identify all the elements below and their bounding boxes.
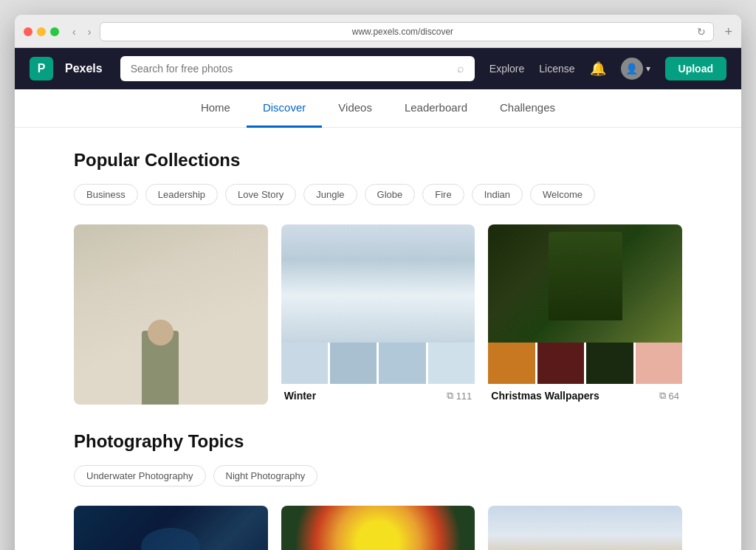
tab-leaderboard[interactable]: Leaderboard: [388, 89, 484, 128]
avatar-icon: 👤: [625, 63, 638, 75]
tag-indian[interactable]: Indian: [472, 184, 523, 205]
thumb-xmas-3: [586, 343, 633, 384]
upload-button[interactable]: Upload: [665, 57, 726, 80]
search-bar[interactable]: ⌕: [120, 56, 475, 81]
tag-business[interactable]: Business: [74, 184, 138, 205]
collection-card-christmas[interactable]: Christmas Wallpapers ⧉ 64: [488, 224, 682, 405]
collection-name-winter: Winter: [284, 390, 316, 402]
search-input[interactable]: [131, 63, 451, 75]
nav-links: Explore License 🔔 👤 ▾ Upload: [489, 57, 726, 80]
close-button[interactable]: [24, 27, 32, 36]
popular-collections-title: Popular Collections: [74, 150, 682, 171]
collection-card-selfie[interactable]: Stay At Home Selfie ⧉ 73: [74, 224, 268, 405]
topic-image-architecture[interactable]: [488, 506, 682, 550]
navbar: P Pexels ⌕ Explore License 🔔 👤 ▾ Upload: [15, 48, 741, 89]
collection-info-winter: Winter ⧉ 111: [281, 384, 475, 405]
topic-image-food[interactable]: [281, 506, 475, 550]
thumb-snow-3: [379, 343, 425, 384]
tab-challenges[interactable]: Challenges: [484, 89, 571, 128]
explore-link[interactable]: Explore: [489, 63, 524, 75]
refresh-button[interactable]: ↻: [697, 26, 706, 38]
address-text: www.pexels.com/discover: [108, 27, 697, 37]
new-tab-button[interactable]: +: [724, 24, 732, 40]
back-button[interactable]: ‹: [69, 24, 79, 39]
collection-image-selfie: [74, 224, 268, 405]
copy-icon-winter: ⧉: [447, 390, 453, 402]
collection-card-winter[interactable]: Winter ⧉ 111: [281, 224, 475, 405]
bell-icon[interactable]: 🔔: [590, 61, 606, 77]
collection-image-christmas: [488, 224, 682, 343]
thumbnails-row-christmas: [488, 343, 682, 384]
search-icon: ⌕: [457, 62, 464, 75]
address-bar[interactable]: www.pexels.com/discover ↻: [100, 22, 714, 41]
browser-chrome: ‹ › www.pexels.com/discover ↻ +: [15, 15, 741, 48]
thumb-snow-4: [428, 343, 475, 384]
tabs-bar: Home Discover Videos Leaderboard Challen…: [15, 89, 741, 128]
collections-tags: Business Leadership Love Story Jungle Gl…: [74, 184, 682, 205]
topics-grid: [74, 506, 682, 550]
tab-discover[interactable]: Discover: [247, 89, 322, 128]
maximize-button[interactable]: [50, 27, 59, 36]
collection-image-winter: [281, 224, 475, 343]
minimize-button[interactable]: [37, 27, 46, 36]
tag-fire[interactable]: Fire: [422, 184, 464, 205]
tag-love-story[interactable]: Love Story: [225, 184, 296, 205]
browser-window: ‹ › www.pexels.com/discover ↻ + P Pexels…: [15, 15, 741, 550]
chevron-down-icon: ▾: [646, 63, 650, 74]
brand-name: Pexels: [65, 62, 103, 75]
thumb-xmas-4: [636, 343, 682, 384]
collection-info-christmas: Christmas Wallpapers ⧉ 64: [488, 384, 682, 405]
thumbnails-row-winter: [281, 343, 475, 384]
tag-welcome[interactable]: Welcome: [530, 184, 595, 205]
collection-name-christmas: Christmas Wallpapers: [491, 390, 599, 402]
tag-jungle[interactable]: Jungle: [303, 184, 357, 205]
tag-underwater[interactable]: Underwater Photography: [74, 465, 206, 487]
topic-image-underwater[interactable]: [74, 506, 268, 550]
tag-night-photography[interactable]: Night Photography: [213, 465, 318, 487]
logo: P: [30, 57, 53, 80]
thumb-snow-2: [330, 343, 377, 384]
collection-count-christmas: ⧉ 64: [659, 390, 679, 402]
tab-home[interactable]: Home: [185, 89, 247, 128]
traffic-lights: [24, 27, 59, 36]
license-link[interactable]: License: [539, 63, 574, 75]
tag-globe[interactable]: Globe: [365, 184, 416, 205]
collections-grid: Stay At Home Selfie ⧉ 73 Winter: [74, 224, 682, 405]
photography-topics-title: Photography Topics: [74, 431, 682, 452]
tag-leadership[interactable]: Leadership: [145, 184, 218, 205]
forward-button[interactable]: ›: [85, 24, 94, 39]
main-content: Popular Collections Business Leadership …: [15, 128, 741, 550]
thumb-snow-1: [281, 343, 328, 384]
avatar: 👤: [621, 58, 643, 80]
thumb-xmas-2: [537, 343, 584, 384]
collection-count-winter: ⧉ 111: [447, 390, 472, 402]
copy-icon-christmas: ⧉: [659, 390, 666, 402]
tab-videos[interactable]: Videos: [322, 89, 388, 128]
avatar-wrap[interactable]: 👤 ▾: [621, 58, 650, 80]
thumb-xmas-1: [488, 343, 535, 384]
topics-tags: Underwater Photography Night Photography: [74, 465, 682, 487]
photography-topics-section: Photography Topics Underwater Photograph…: [74, 431, 682, 550]
